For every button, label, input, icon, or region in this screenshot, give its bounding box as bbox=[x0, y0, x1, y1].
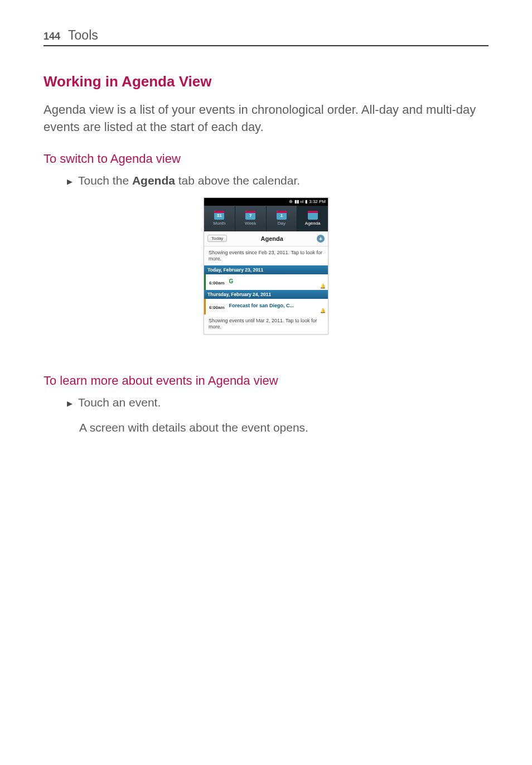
day-header-2: Thursday, February 24, 2011 bbox=[204, 290, 328, 299]
instruction-2: ▶ Touch an event. bbox=[67, 396, 489, 409]
instruction-1-pre: Touch the bbox=[78, 174, 132, 187]
event-row[interactable]: 6:00am Forecast for san Diego, C... 🔔 bbox=[204, 299, 328, 314]
instruction-1-bold: Agenda bbox=[132, 174, 175, 187]
tab-week[interactable]: 7 Week bbox=[235, 206, 267, 231]
reminder-icon: 🔔 bbox=[320, 284, 326, 289]
event-row[interactable]: 6:00am G 🔔 bbox=[204, 274, 328, 290]
intro-paragraph: Agenda view is a list of your events in … bbox=[43, 101, 489, 136]
tab-label: Agenda bbox=[305, 221, 321, 226]
page-number: 144 bbox=[43, 31, 60, 42]
tab-label: Week bbox=[245, 221, 256, 226]
tab-label: Month bbox=[213, 221, 225, 226]
tab-agenda[interactable]: Agenda bbox=[297, 206, 328, 231]
page: 144 Tools Working in Agenda View Agenda … bbox=[0, 0, 532, 765]
calendar-icon: 31 bbox=[214, 211, 224, 220]
instruction-1-post: tab above the calendar. bbox=[175, 174, 300, 187]
today-button[interactable]: Today bbox=[207, 235, 227, 242]
status-time: 3:32 PM bbox=[309, 199, 326, 204]
chapter-title: Tools bbox=[68, 28, 98, 43]
reminder-icon: 🔔 bbox=[320, 308, 326, 313]
tab-label: Day bbox=[278, 221, 286, 226]
instruction-1-text: Touch the Agenda tab above the calendar. bbox=[78, 174, 489, 187]
instruction-2-detail: A screen with details about the event op… bbox=[79, 421, 489, 434]
instruction-2-text: Touch an event. bbox=[78, 396, 489, 409]
add-event-button[interactable]: + bbox=[317, 235, 325, 243]
scroll-bottom-note[interactable]: Showing events until Mar 2, 2011. Tap to… bbox=[204, 314, 328, 334]
status-bar: ⊕ ▮▮ ııl ▮ 3:32 PM bbox=[204, 198, 328, 206]
calendar-icon: 1 bbox=[277, 211, 287, 220]
instruction-1: ▶ Touch the Agenda tab above the calenda… bbox=[67, 174, 489, 187]
event-time: 6:00am bbox=[209, 280, 225, 285]
view-tabs: 31 Month 7 Week 1 Day Agenda bbox=[204, 206, 328, 231]
scroll-top-note[interactable]: Showing events since Feb 23, 2011. Tap t… bbox=[204, 246, 328, 266]
subsection-heading-2: To learn more about events in Agenda vie… bbox=[43, 374, 489, 388]
page-header: 144 Tools bbox=[43, 28, 489, 46]
tab-day[interactable]: 1 Day bbox=[267, 206, 298, 231]
event-time: 6:00am bbox=[209, 305, 225, 310]
battery-icon: ▮ bbox=[305, 199, 307, 204]
day-header-1: Today, February 23, 2011 bbox=[204, 265, 328, 274]
subsection-heading-1: To switch to Agenda view bbox=[43, 152, 489, 166]
triangle-bullet-icon: ▶ bbox=[67, 399, 72, 408]
toolbar-title: Agenda bbox=[261, 235, 283, 242]
agenda-icon bbox=[308, 211, 318, 220]
triangle-bullet-icon: ▶ bbox=[67, 177, 72, 186]
event-title: G bbox=[229, 278, 234, 284]
agenda-toolbar: Today Agenda + bbox=[204, 231, 328, 246]
event-title: Forecast for san Diego, C... bbox=[229, 303, 294, 308]
signal-icon: ▮▮ ııl bbox=[294, 199, 303, 204]
section-heading: Working in Agenda View bbox=[43, 73, 489, 90]
sync-icon: ⊕ bbox=[289, 199, 293, 204]
phone-screenshot: ⊕ ▮▮ ııl ▮ 3:32 PM 31 Month 7 Week 1 Day… bbox=[204, 197, 328, 335]
tab-month[interactable]: 31 Month bbox=[204, 206, 235, 231]
calendar-icon: 7 bbox=[245, 211, 255, 220]
